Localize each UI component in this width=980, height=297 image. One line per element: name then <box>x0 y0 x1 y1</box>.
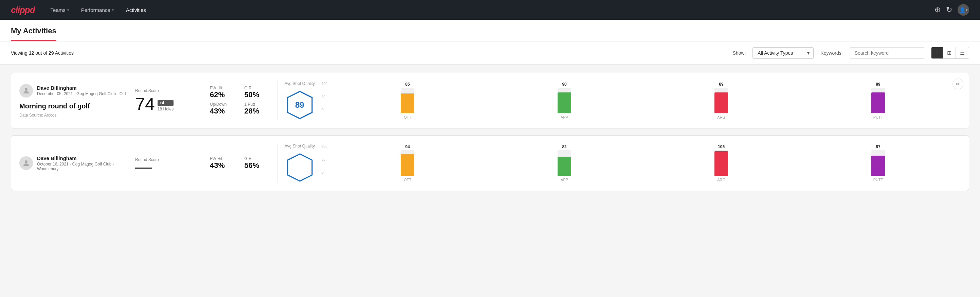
bar-group: 82APP <box>488 144 640 182</box>
logo[interactable]: clippd <box>11 5 35 15</box>
score-holes: 18 Holes <box>158 107 173 112</box>
grid-view-button[interactable]: ⊞ <box>943 47 956 59</box>
svg-point-2 <box>25 160 27 163</box>
bar-chart: 100 50 0 94OTT82APP106ARG87PUTT <box>321 144 954 182</box>
bar-value-label: 87 <box>876 144 880 149</box>
gir-label: GIR <box>245 156 271 161</box>
page-title: My Activities <box>11 20 56 41</box>
score-details: +4 18 Holes <box>158 100 173 112</box>
round-score-label: Round Score <box>135 88 196 93</box>
bar-axis-label: APP <box>561 115 568 119</box>
compact-view-button[interactable]: ☰ <box>956 47 969 59</box>
quality-section: Avg Shot Quality 89 100 50 0 <box>277 81 961 120</box>
card-left: Dave Billingham December 05, 2021 - Gog … <box>19 84 128 118</box>
score-row: 74 +4 18 Holes <box>135 95 196 113</box>
score-value: 74 <box>135 95 155 113</box>
nav-item-performance[interactable]: Performance ▾ <box>76 5 119 16</box>
bar-inner <box>871 156 885 176</box>
bar-group: 89ARG <box>646 82 797 119</box>
bar-value-label: 90 <box>562 82 566 87</box>
one-putt-label: 1 Putt <box>245 102 271 107</box>
bar-outer <box>871 150 885 176</box>
edit-button[interactable]: ✏ <box>953 78 963 89</box>
refresh-icon[interactable]: ↻ <box>946 5 952 14</box>
main-content: ✏ Dave Billingham December 05, 2021 - Go… <box>0 65 980 206</box>
player-date: December 05, 2021 - Gog Magog Golf Club … <box>37 91 126 96</box>
bar-outer <box>558 88 571 113</box>
score-placeholder <box>135 168 152 169</box>
avg-shot-quality-label: Avg Shot Quality <box>285 144 315 148</box>
nav-item-teams[interactable]: Teams ▾ <box>46 5 74 16</box>
avatar[interactable]: 👤 ▾ <box>958 4 969 16</box>
bar-inner <box>401 93 414 113</box>
bar-inner <box>401 154 414 176</box>
activity-title: Morning round of golf <box>19 102 128 110</box>
hexagon-container <box>286 153 313 182</box>
fw-hit-stat: FW Hit 62% <box>210 86 236 99</box>
fw-hit-label: FW Hit <box>210 156 236 161</box>
one-putt-stat: 1 Putt 28% <box>245 102 271 115</box>
player-name: Dave Billingham <box>37 155 128 161</box>
activity-card: Dave Billingham October 16, 2021 - Gog M… <box>11 135 969 191</box>
svg-point-0 <box>25 88 27 91</box>
page-header: My Activities <box>0 20 980 42</box>
nav-item-activities[interactable]: Activities <box>121 5 151 16</box>
nav-items: Teams ▾ Performance ▾ Activities <box>46 5 924 16</box>
bar-value-label: 82 <box>562 144 566 149</box>
bar-group: 89PUTT <box>802 82 954 119</box>
bar-inner <box>714 93 728 113</box>
view-toggles: ≡ ⊞ ☰ <box>931 47 969 59</box>
stats-section: FW Hit 62% GIR 50% Up/Down 43% 1 Putt 28… <box>203 86 277 115</box>
fw-hit-value: 43% <box>210 161 236 170</box>
bar-axis-label: ARG <box>717 115 725 119</box>
bar-outer <box>871 88 885 113</box>
score-section: Round Score 74 +4 18 Holes <box>128 88 203 113</box>
avg-shot-quality-label: Avg Shot Quality <box>285 81 315 86</box>
activity-type-select-wrapper: All Activity Types <box>752 47 814 59</box>
bar-axis-label: PUTT <box>873 115 883 119</box>
bar-axis-label: APP <box>561 178 568 182</box>
search-input[interactable] <box>850 47 924 59</box>
card-left: Dave Billingham October 16, 2021 - Gog M… <box>19 155 128 171</box>
bar-value-label: 85 <box>405 82 409 87</box>
bar-group: 90APP <box>488 82 640 119</box>
bar-outer <box>401 150 414 176</box>
bar-inner <box>871 93 885 113</box>
person-icon: 👤 <box>959 7 966 13</box>
add-icon[interactable]: ⊕ <box>934 5 940 14</box>
fw-hit-value: 62% <box>210 90 236 99</box>
activity-card: ✏ Dave Billingham December 05, 2021 - Go… <box>11 73 969 128</box>
hexagon-container: 89 <box>286 90 313 120</box>
viewing-text: Viewing 12 out of 29 Activities <box>11 50 725 56</box>
one-putt-value: 28% <box>245 107 271 115</box>
player-date: October 16, 2021 - Gog Magog Golf Club -… <box>37 162 128 171</box>
bar-axis-label: PUTT <box>873 178 883 182</box>
bar-group: 94OTT <box>332 144 483 182</box>
player-row: Dave Billingham October 16, 2021 - Gog M… <box>19 155 128 171</box>
bar-group: 106ARG <box>646 144 797 182</box>
bar-outer <box>714 150 728 176</box>
bar-value-label: 106 <box>718 144 725 149</box>
quality-section: Avg Shot Quality 100 50 0 <box>277 144 961 182</box>
bar-chart: 100 50 0 85OTT90APP89ARG89PUTT <box>321 82 954 119</box>
bar-group: 87PUTT <box>802 144 954 182</box>
navbar: clippd Teams ▾ Performance ▾ Activities … <box>0 0 980 20</box>
fw-hit-label: FW Hit <box>210 86 236 90</box>
fw-hit-stat: FW Hit 43% <box>210 156 236 170</box>
player-avatar <box>19 156 33 170</box>
score-badge: +4 <box>158 100 173 106</box>
bar-value-label: 89 <box>719 82 723 87</box>
bar-inner <box>558 156 571 176</box>
data-source: Data Source: Arccos <box>19 113 128 118</box>
gir-stat: GIR 56% <box>245 156 271 170</box>
player-row: Dave Billingham December 05, 2021 - Gog … <box>19 84 128 97</box>
bar-axis-label: OTT <box>404 115 411 119</box>
bar-outer <box>558 150 571 176</box>
hexagon <box>286 153 313 182</box>
activity-type-select[interactable]: All Activity Types <box>752 47 814 59</box>
bar-inner <box>558 93 571 113</box>
bar-axis-label: ARG <box>717 178 725 182</box>
player-info: Dave Billingham December 05, 2021 - Gog … <box>37 85 126 96</box>
list-view-button[interactable]: ≡ <box>931 47 943 59</box>
chevron-down-icon: ▾ <box>67 8 69 12</box>
